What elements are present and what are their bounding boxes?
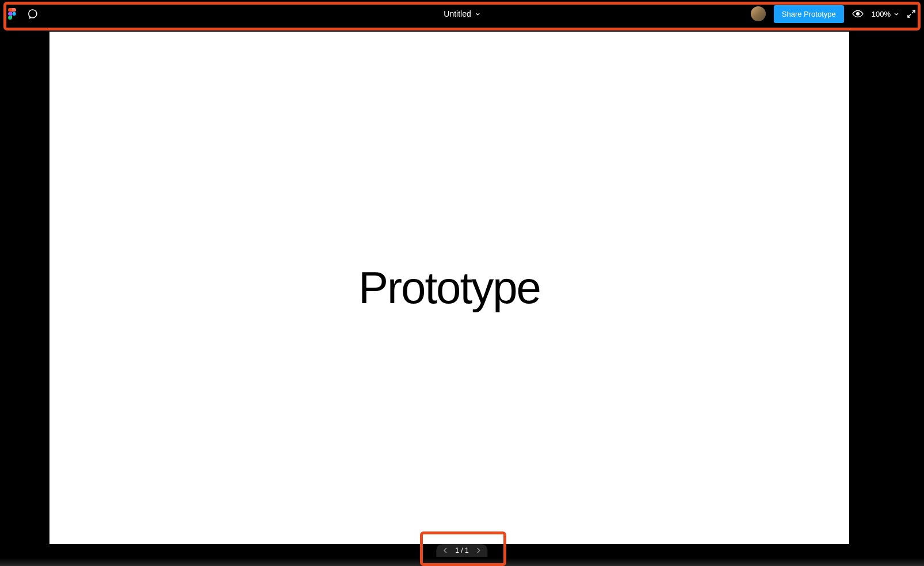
toolbar-left-group [8, 8, 38, 20]
svg-point-1 [856, 12, 860, 16]
toolbar-right-group: Share Prototype 100% [751, 5, 916, 23]
zoom-dropdown[interactable]: 100% [872, 10, 899, 18]
svg-point-0 [12, 12, 16, 16]
fullscreen-icon[interactable] [907, 9, 916, 18]
view-options-icon[interactable] [852, 10, 864, 18]
file-title-dropdown[interactable]: Untitled [444, 9, 480, 18]
prototype-frame-content: Prototype [358, 262, 540, 314]
comment-icon[interactable] [28, 9, 38, 19]
figma-logo-icon[interactable] [8, 8, 16, 20]
bottom-edge [0, 558, 924, 566]
toolbar: Untitled Share Prototype 100% [0, 0, 924, 28]
file-title: Untitled [444, 9, 471, 18]
frame-indicator-text: 1 / 1 [455, 546, 468, 554]
next-frame-button[interactable] [477, 548, 481, 553]
chevron-down-icon [476, 13, 480, 16]
chevron-right-icon [477, 548, 481, 553]
share-prototype-button[interactable]: Share Prototype [774, 5, 844, 23]
user-avatar[interactable] [751, 6, 766, 21]
chevron-down-icon [894, 13, 899, 16]
prototype-canvas[interactable]: Prototype [49, 32, 849, 544]
progress-indicator [49, 28, 849, 29]
prev-frame-button[interactable] [443, 548, 447, 553]
chevron-left-icon [443, 548, 447, 553]
frame-navigation: 1 / 1 [436, 544, 487, 557]
zoom-level-text: 100% [872, 10, 891, 18]
